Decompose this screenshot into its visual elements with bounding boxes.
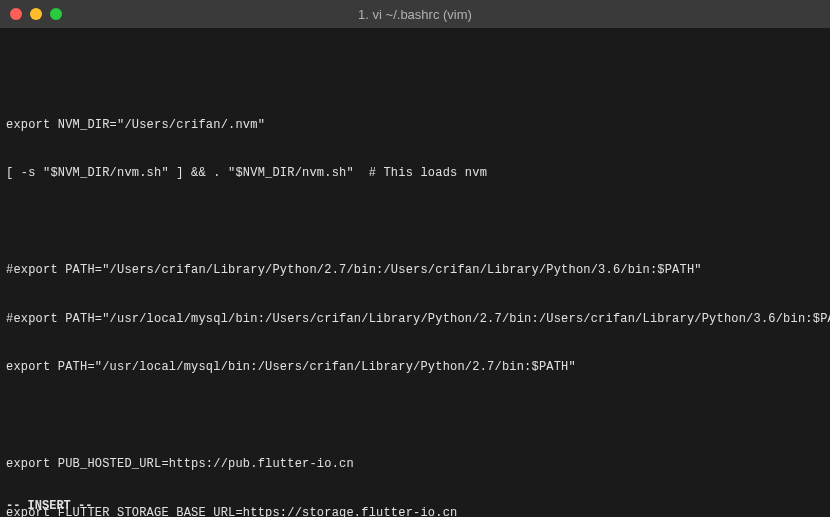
code-line: #export PATH="/usr/local/mysql/bin:/User…: [6, 311, 824, 327]
code-line: export FLUTTER_STORAGE_BASE_URL=https://…: [6, 505, 824, 517]
code-line: #export PATH="/Users/crifan/Library/Pyth…: [6, 262, 824, 278]
code-line: export NVM_DIR="/Users/crifan/.nvm": [6, 117, 824, 133]
code-line: export PUB_HOSTED_URL=https://pub.flutte…: [6, 456, 824, 472]
vim-status-line: -- INSERT --: [6, 499, 92, 513]
titlebar: 1. vi ~/.bashrc (vim): [0, 0, 830, 28]
terminal-editor[interactable]: export NVM_DIR="/Users/crifan/.nvm" [ -s…: [0, 28, 830, 517]
code-line: [6, 408, 824, 424]
maximize-button[interactable]: [50, 8, 62, 20]
window-controls: [10, 8, 62, 20]
minimize-button[interactable]: [30, 8, 42, 20]
code-line: [6, 214, 824, 230]
window-title: 1. vi ~/.bashrc (vim): [358, 7, 472, 22]
code-line: export PATH="/usr/local/mysql/bin:/Users…: [6, 359, 824, 375]
code-line: [6, 68, 824, 84]
close-button[interactable]: [10, 8, 22, 20]
code-line: [ -s "$NVM_DIR/nvm.sh" ] && . "$NVM_DIR/…: [6, 165, 824, 181]
